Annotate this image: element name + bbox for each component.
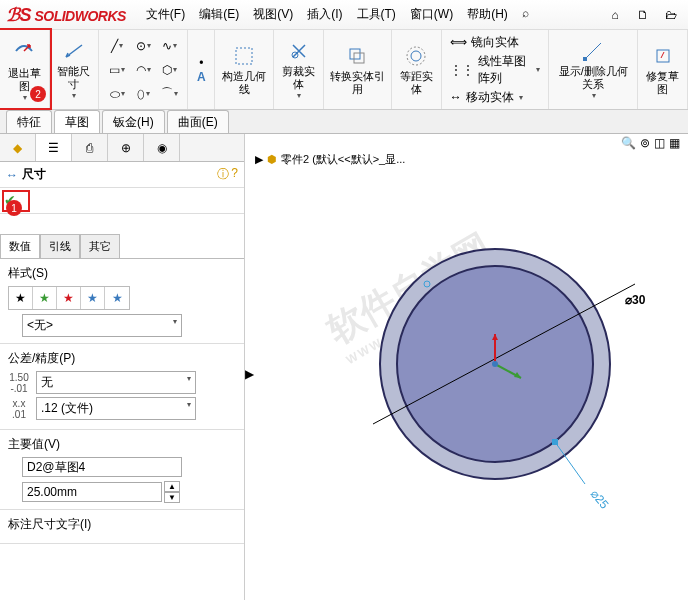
svg-rect-13 <box>552 439 558 445</box>
menu-view[interactable]: 视图(V) <box>253 6 293 23</box>
dimtext-label: 标注尺寸文字(I) <box>8 516 236 533</box>
dim-outer-text[interactable]: ⌀30 <box>625 293 646 307</box>
precision-select[interactable]: .12 (文件)▾ <box>36 397 196 420</box>
mirror-icon: ⟺ <box>450 35 467 49</box>
vp-display-icon[interactable]: ▦ <box>669 136 680 150</box>
style-delete-icon[interactable]: ★ <box>57 287 81 309</box>
tab-sketch[interactable]: 草图 <box>54 110 100 133</box>
transform-group: ⟺镜向实体 ⋮⋮线性草图阵列▾ ↔移动实体▾ <box>442 30 550 109</box>
dim-value-input[interactable] <box>22 482 162 502</box>
subtab-other[interactable]: 其它 <box>80 234 120 258</box>
style-save-icon[interactable]: ★ <box>81 287 105 309</box>
precision-icon: x.x.01 <box>8 398 30 420</box>
svg-rect-0 <box>236 48 252 64</box>
smart-dimension-button[interactable]: 智能尺寸 ▾ <box>50 30 100 109</box>
svg-point-11 <box>492 361 498 367</box>
style-add-icon[interactable]: ★ <box>33 287 57 309</box>
style-buttons: ★ ★ ★ ★ ★ <box>8 286 130 310</box>
vp-search-icon[interactable]: 🔍 <box>621 136 636 150</box>
style-label: 样式(S) <box>8 265 236 282</box>
vp-zoom-icon[interactable]: ⊚ <box>640 136 650 150</box>
arc-tool-icon[interactable]: ◠▾ <box>131 59 155 81</box>
repair-icon <box>651 44 675 68</box>
menu-help[interactable]: 帮助(H) <box>467 6 508 23</box>
spin-up-icon[interactable]: ▲ <box>164 481 180 492</box>
move-button[interactable]: ↔移动实体▾ <box>450 89 523 106</box>
flyout-expand-icon[interactable]: ▶ <box>245 367 255 381</box>
side-tab-feature-icon[interactable]: ◆ <box>0 134 36 161</box>
graphics-viewport[interactable]: 🔍 ⊚ ◫ ▦ ▶ ⬢ 零件2 (默认<<默认>_显... 软件自学网 WWW.… <box>245 134 688 600</box>
side-tab-dimxpert-icon[interactable]: ⊕ <box>108 134 144 161</box>
construction-geom-button[interactable]: 构造几何线 <box>215 30 274 109</box>
menu-insert[interactable]: 插入(I) <box>307 6 342 23</box>
convert-icon <box>345 44 369 68</box>
spline-tool-icon[interactable]: ∿▾ <box>157 35 181 57</box>
new-doc-icon[interactable]: 🗋 <box>632 4 654 26</box>
vp-section-icon[interactable]: ◫ <box>654 136 665 150</box>
side-tab-config-icon[interactable]: ⎙ <box>72 134 108 161</box>
menu-file[interactable]: 文件(F) <box>146 6 185 23</box>
text-tool-icon[interactable]: A <box>197 70 206 84</box>
command-tabs: 特征 草图 钣金(H) 曲面(E) <box>0 110 688 134</box>
ellipse-tool-icon[interactable]: ⬯▾ <box>131 83 155 105</box>
svg-rect-2 <box>350 49 360 59</box>
pattern-button[interactable]: ⋮⋮线性草图阵列▾ <box>450 53 541 87</box>
spin-down-icon[interactable]: ▼ <box>164 492 180 503</box>
polygon-tool-icon[interactable]: ⬡▾ <box>157 59 181 81</box>
pattern-icon: ⋮⋮ <box>450 63 474 77</box>
annotation-2: 2 <box>30 86 46 102</box>
trim-entity-button[interactable]: 剪裁实体 ▾ <box>274 30 324 109</box>
mainvalue-label: 主要值(V) <box>8 436 236 453</box>
rect-tool-icon[interactable]: ▭▾ <box>105 59 129 81</box>
style-load-icon[interactable]: ★ <box>105 287 129 309</box>
tab-feature[interactable]: 特征 <box>6 110 52 133</box>
fillet-tool-icon[interactable]: ⌒▾ <box>157 83 181 105</box>
circle-tool-icon[interactable]: ⊙▾ <box>131 35 155 57</box>
dim-inner-text[interactable]: ⌀25 <box>588 487 612 512</box>
tab-surface[interactable]: 曲面(E) <box>167 110 229 133</box>
side-tab-appearance-icon[interactable]: ◉ <box>144 134 180 161</box>
display-relations-button[interactable]: 显示/删除几何关系 ▾ <box>549 30 638 109</box>
tab-sheetmetal[interactable]: 钣金(H) <box>102 110 165 133</box>
menu-window[interactable]: 窗口(W) <box>410 6 453 23</box>
point-text-group: • A <box>188 30 215 109</box>
tolerance-icon: 1.50-.01 <box>8 372 30 394</box>
dimension-icon: ↔ <box>6 168 18 182</box>
svg-point-5 <box>407 47 425 65</box>
title-bar: ℬS SOLIDWORKS 文件(F) 编辑(E) 视图(V) 插入(I) 工具… <box>0 0 688 30</box>
tolerance-select[interactable]: 无▾ <box>36 371 196 394</box>
svg-rect-3 <box>354 53 364 63</box>
open-doc-icon[interactable]: 🗁 <box>660 4 682 26</box>
tolerance-label: 公差/精度(P) <box>8 350 236 367</box>
menu-tools[interactable]: 工具(T) <box>357 6 396 23</box>
sketch-canvas: ⌀25 ⌀30 <box>255 154 685 584</box>
mirror-button[interactable]: ⟺镜向实体 <box>450 34 519 51</box>
menu-search-icon[interactable]: ⌕ <box>522 6 529 23</box>
help-icon[interactable]: ⓘ <box>217 166 229 183</box>
home-icon[interactable]: ⌂ <box>604 4 626 26</box>
convert-entity-button[interactable]: 转换实体引用 <box>324 30 392 109</box>
ribbon: 退出草图 ▾ 2 智能尺寸 ▾ ╱▾ ⊙▾ ∿▾ ▭▾ ◠▾ ⬡▾ ⬭▾ ⬯▾ … <box>0 30 688 110</box>
style-select[interactable]: <无>▾ <box>22 314 182 337</box>
move-icon: ↔ <box>450 90 462 104</box>
construction-icon <box>232 44 256 68</box>
offset-entity-button[interactable]: 等距实体 <box>392 30 442 109</box>
point-tool-icon[interactable]: • <box>199 56 203 70</box>
dim-name-input[interactable] <box>22 457 182 477</box>
line-tool-icon[interactable]: ╱▾ <box>105 35 129 57</box>
repair-sketch-button[interactable]: 修复草图 <box>638 30 688 109</box>
help2-icon[interactable]: ? <box>231 166 238 183</box>
property-manager: ◆ ☰ ⎙ ⊕ ◉ ↔ 尺寸 ⓘ ? ✔ 1 数值 引线 其它 样式(S) <box>0 134 245 600</box>
side-tab-property-icon[interactable]: ☰ <box>36 134 72 161</box>
panel-title: 尺寸 <box>22 166 217 183</box>
annotation-1: 1 <box>6 200 22 216</box>
svg-rect-6 <box>583 57 587 61</box>
menu-edit[interactable]: 编辑(E) <box>199 6 239 23</box>
relations-icon <box>581 39 605 63</box>
sketch-tools-grid: ╱▾ ⊙▾ ∿▾ ▭▾ ◠▾ ⬡▾ ⬭▾ ⬯▾ ⌒▾ <box>99 30 188 109</box>
slot-tool-icon[interactable]: ⬭▾ <box>105 83 129 105</box>
style-apply-icon[interactable]: ★ <box>9 287 33 309</box>
subtab-value[interactable]: 数值 <box>0 234 40 258</box>
exit-sketch-button[interactable]: 退出草图 ▾ 2 <box>0 30 50 109</box>
subtab-leader[interactable]: 引线 <box>40 234 80 258</box>
